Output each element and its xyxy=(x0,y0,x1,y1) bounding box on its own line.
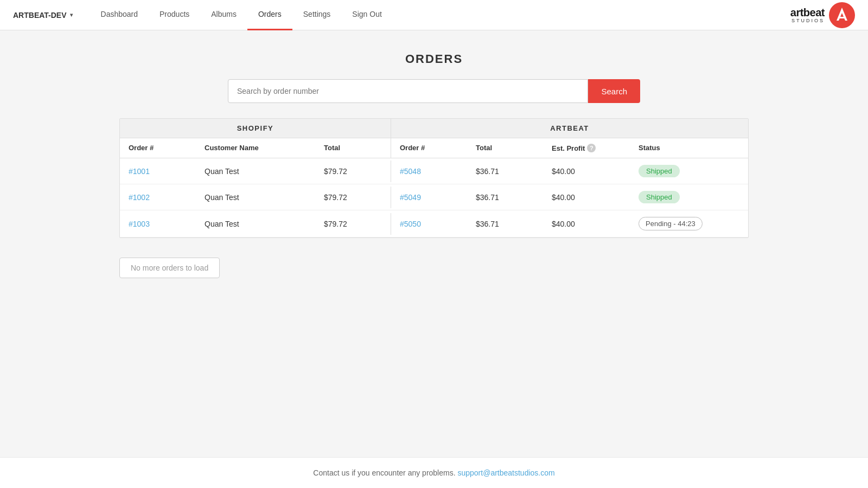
status-badge-pending: Pending - 44:23 xyxy=(639,217,703,230)
nav-orders[interactable]: Orders xyxy=(247,0,292,30)
chevron-down-icon: ▾ xyxy=(70,12,73,18)
order-status: Shipped xyxy=(630,184,748,210)
customer-name: Quan Test xyxy=(196,213,315,235)
shopify-section-label: SHOPIFY xyxy=(120,119,391,138)
table-row: #1002 Quan Test $79.72 #5049 $36.71 $40.… xyxy=(120,184,748,210)
search-bar: Search xyxy=(228,79,640,103)
col-artbeat-profit: Est. Profit ? xyxy=(543,138,630,158)
section-headers: SHOPIFY ARTBEAT xyxy=(120,119,748,138)
shopify-order-link[interactable]: #1003 xyxy=(120,213,196,235)
col-artbeat-total: Total xyxy=(467,138,543,158)
search-button[interactable]: Search xyxy=(588,79,640,103)
est-profit-header: Est. Profit ? xyxy=(552,144,621,152)
shopify-total: $79.72 xyxy=(315,187,391,208)
shopify-total: $79.72 xyxy=(315,160,391,182)
col-artbeat-order-num: Order # xyxy=(391,138,467,158)
col-artbeat-status: Status xyxy=(630,138,748,158)
artbeat-order-link[interactable]: #5048 xyxy=(391,160,467,182)
logo-sub-text: studios xyxy=(792,18,825,23)
customer-name: Quan Test xyxy=(196,187,315,208)
main-content: ORDERS Search SHOPIFY ARTBEAT Order # Cu… xyxy=(0,30,868,457)
footer-text: Contact us if you encounter any problems… xyxy=(313,468,455,477)
footer: Contact us if you encounter any problems… xyxy=(0,457,868,488)
artbeat-total: $36.71 xyxy=(467,160,543,182)
orders-table: SHOPIFY ARTBEAT Order # Customer Name To… xyxy=(119,118,749,238)
svg-marker-0 xyxy=(837,8,847,21)
nav-products[interactable]: Products xyxy=(149,0,200,30)
artbeat-section-label: ARTBEAT xyxy=(391,119,748,138)
status-badge-shipped: Shipped xyxy=(639,191,680,203)
col-shopify-order-num: Order # xyxy=(120,138,196,158)
navbar: ARTBEAT-DEV ▾ Dashboard Products Albums … xyxy=(0,0,868,30)
footer-email-link[interactable]: support@artbeatstudios.com xyxy=(457,468,554,477)
logo-text: artbeat studios xyxy=(790,7,825,23)
order-status: Shipped xyxy=(630,158,748,184)
artbeat-order-link[interactable]: #5050 xyxy=(391,213,467,235)
page-title: ORDERS xyxy=(405,52,463,66)
shopify-total: $79.72 xyxy=(315,213,391,235)
customer-name: Quan Test xyxy=(196,160,315,182)
status-badge-shipped: Shipped xyxy=(639,165,680,177)
artbeat-profit: $40.00 xyxy=(543,160,630,182)
shopify-order-link[interactable]: #1002 xyxy=(120,187,196,208)
est-profit-label: Est. Profit xyxy=(552,144,585,152)
order-status: Pending - 44:23 xyxy=(630,210,748,237)
col-shopify-total: Total xyxy=(315,138,391,158)
search-input[interactable] xyxy=(228,79,588,103)
nav-signout[interactable]: Sign Out xyxy=(341,0,392,30)
profit-help-icon[interactable]: ? xyxy=(587,144,596,152)
no-more-orders-message: No more orders to load xyxy=(119,258,220,278)
table-row: #1003 Quan Test $79.72 #5050 $36.71 $40.… xyxy=(120,210,748,237)
svg-rect-1 xyxy=(839,17,845,18)
nav-links: Dashboard Products Albums Orders Setting… xyxy=(90,0,790,30)
brand-name: ARTBEAT-DEV xyxy=(13,11,67,20)
column-headers: Order # Customer Name Total Order # Tota… xyxy=(120,138,748,158)
col-shopify-customer: Customer Name xyxy=(196,138,315,158)
nav-dashboard[interactable]: Dashboard xyxy=(90,0,149,30)
artbeat-order-link[interactable]: #5049 xyxy=(391,187,467,208)
artbeat-total: $36.71 xyxy=(467,187,543,208)
brand-selector[interactable]: ARTBEAT-DEV ▾ xyxy=(13,11,73,20)
artbeat-total: $36.71 xyxy=(467,213,543,235)
shopify-order-link[interactable]: #1001 xyxy=(120,160,196,182)
artbeat-profit: $40.00 xyxy=(543,213,630,235)
artbeat-profit: $40.00 xyxy=(543,187,630,208)
table-row: #1001 Quan Test $79.72 #5048 $36.71 $40.… xyxy=(120,158,748,184)
logo-circle xyxy=(829,2,855,28)
logo-icon xyxy=(832,5,852,25)
artbeat-logo: artbeat studios xyxy=(790,2,855,28)
nav-albums[interactable]: Albums xyxy=(200,0,247,30)
nav-settings[interactable]: Settings xyxy=(292,0,342,30)
logo-main-text: artbeat xyxy=(790,7,825,18)
